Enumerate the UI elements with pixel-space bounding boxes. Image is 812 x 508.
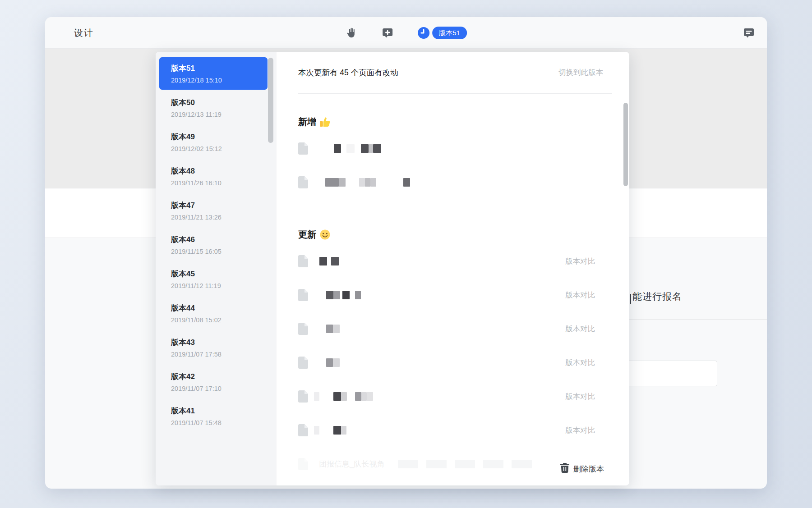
- changed-page-row: 版本对比: [298, 312, 612, 346]
- page-icon: [298, 323, 308, 335]
- redacted-page-name-block: [355, 291, 361, 299]
- trash-icon: [560, 463, 569, 475]
- changed-page-row: 版本对比: [298, 380, 612, 413]
- version-date: 2019/12/18 15:10: [171, 77, 268, 84]
- redacted-page-name-block: [369, 144, 373, 153]
- section-title: 更新: [298, 229, 316, 241]
- compare-version-link[interactable]: 版本对比: [565, 358, 595, 368]
- section-heading: 更新: [298, 224, 612, 244]
- changed-page-row: 版本对比: [298, 346, 612, 380]
- detail-scrollbar[interactable]: [623, 103, 628, 186]
- section-title: 新增: [298, 116, 316, 128]
- thumbs-up-emoji: [319, 116, 331, 128]
- compare-version-link[interactable]: 版本对比: [565, 392, 595, 402]
- version-name: 版本44: [171, 303, 268, 313]
- redacted-page-name-block: [370, 178, 376, 187]
- version-name: 版本42: [171, 371, 268, 382]
- hand-icon[interactable]: [345, 27, 358, 39]
- redacted-page-name-block: [325, 178, 339, 187]
- version-date: 2019/11/15 16:05: [171, 248, 268, 255]
- version-detail-header: 本次更新有 45 个页面有改动 切换到此版本: [298, 52, 612, 93]
- redacted-page-name-block: [455, 460, 475, 468]
- header-divider: [298, 93, 612, 94]
- top-toolbar: 设计 版本: [45, 17, 767, 49]
- changed-page-row: [298, 132, 612, 165]
- version-list-sidebar: 版本512019/12/18 15:10版本502019/12/13 11:19…: [156, 52, 277, 485]
- version-date: 2019/12/13 11:19: [171, 111, 268, 118]
- changed-page-row: 版本对比: [298, 244, 612, 278]
- version-name: 版本50: [171, 97, 268, 108]
- compare-version-link[interactable]: 版本对比: [565, 426, 595, 435]
- redacted-page-name-block: [314, 392, 319, 401]
- version-list-item[interactable]: 版本502019/12/13 11:19: [159, 92, 268, 124]
- redacted-page-name-block: [333, 291, 340, 299]
- redacted-page-name-block: [326, 325, 333, 333]
- changed-page-row: [298, 165, 612, 199]
- delete-version-button[interactable]: 删除版本: [559, 460, 605, 477]
- redacted-page-name-block: [333, 358, 340, 367]
- version-date: 2019/11/21 13:26: [171, 214, 268, 221]
- page-icon: [298, 424, 308, 436]
- redacted-page-name-block: [333, 426, 341, 435]
- version-history-control: 版本51: [417, 27, 467, 39]
- redacted-page-name-block: [426, 460, 447, 468]
- section-heading: 新增: [298, 112, 612, 132]
- redacted-page-name-block: [342, 291, 350, 299]
- clipped-character-fragment: [630, 294, 631, 304]
- version-date: 2019/12/02 15:12: [171, 145, 268, 152]
- version-list-item[interactable]: 版本432019/11/07 17:58: [159, 331, 268, 364]
- add-comment-icon[interactable]: [381, 27, 394, 39]
- redacted-page-name-block: [398, 460, 418, 468]
- redacted-page-name-block: [341, 392, 347, 401]
- current-version-badge[interactable]: 版本51: [432, 27, 467, 39]
- version-name: 版本49: [171, 132, 268, 142]
- redacted-page-name-block: [326, 291, 333, 299]
- version-name: 版本51: [171, 63, 268, 73]
- page-icon: [298, 390, 308, 403]
- version-list-item[interactable]: 版本492019/12/02 15:12: [159, 126, 268, 158]
- version-list-item[interactable]: 版本452019/11/12 11:19: [159, 263, 268, 295]
- page-name: 团报信息_队长视角: [319, 459, 384, 469]
- redacted-page-name-block: [339, 178, 346, 187]
- version-list-item[interactable]: 版本442019/11/08 15:02: [159, 297, 268, 330]
- version-list-item[interactable]: 版本512019/12/18 15:10: [159, 57, 268, 90]
- redacted-page-name-block: [319, 257, 327, 265]
- toolbar-center-group: 版本51: [345, 17, 467, 49]
- redacted-page-name-block: [483, 460, 503, 468]
- version-list-item[interactable]: 版本472019/11/21 13:26: [159, 194, 268, 227]
- update-summary: 本次更新有 45 个页面有改动: [298, 67, 398, 78]
- version-name: 版本48: [171, 166, 268, 176]
- sidebar-scrollbar[interactable]: [268, 58, 273, 143]
- redacted-page-name-block: [359, 178, 365, 187]
- compare-version-link[interactable]: 版本对比: [565, 324, 595, 334]
- delete-version-label: 删除版本: [573, 464, 604, 474]
- redacted-page-name-block: [346, 144, 355, 153]
- page-icon: [298, 142, 308, 155]
- toolbar-right-group: [743, 17, 755, 49]
- redacted-page-name-block: [361, 144, 369, 153]
- version-date: 2019/11/07 17:10: [171, 385, 268, 392]
- comment-icon[interactable]: [743, 27, 755, 39]
- version-history-clock-icon[interactable]: [417, 27, 430, 39]
- version-list-item[interactable]: 版本422019/11/07 17:10: [159, 366, 268, 398]
- redacted-page-name-block: [326, 358, 333, 367]
- redacted-page-name-block: [365, 178, 370, 187]
- redacted-page-name-block: [341, 426, 346, 435]
- changed-page-row: 版本对比: [298, 278, 612, 312]
- redacted-page-name-block: [355, 392, 361, 401]
- version-list-item[interactable]: 版本482019/11/26 16:10: [159, 160, 268, 192]
- page-icon: [298, 357, 308, 369]
- page-icon: [298, 176, 308, 188]
- version-date: 2019/11/07 15:48: [171, 419, 268, 426]
- page-icon: [298, 255, 308, 267]
- switch-to-version-button[interactable]: 切换到此版本: [558, 68, 603, 78]
- redacted-page-name-block: [373, 144, 381, 153]
- compare-version-link[interactable]: 版本对比: [565, 256, 595, 266]
- version-list-item[interactable]: 版本412019/11/07 15:48: [159, 400, 268, 432]
- version-date: 2019/11/26 16:10: [171, 179, 268, 187]
- background-page-text: 能进行报名: [632, 290, 682, 303]
- redacted-page-name-block: [314, 426, 319, 435]
- changed-page-row: 版本对比: [298, 413, 612, 447]
- compare-version-link[interactable]: 版本对比: [565, 290, 595, 300]
- version-list-item[interactable]: 版本462019/11/15 16:05: [159, 229, 268, 261]
